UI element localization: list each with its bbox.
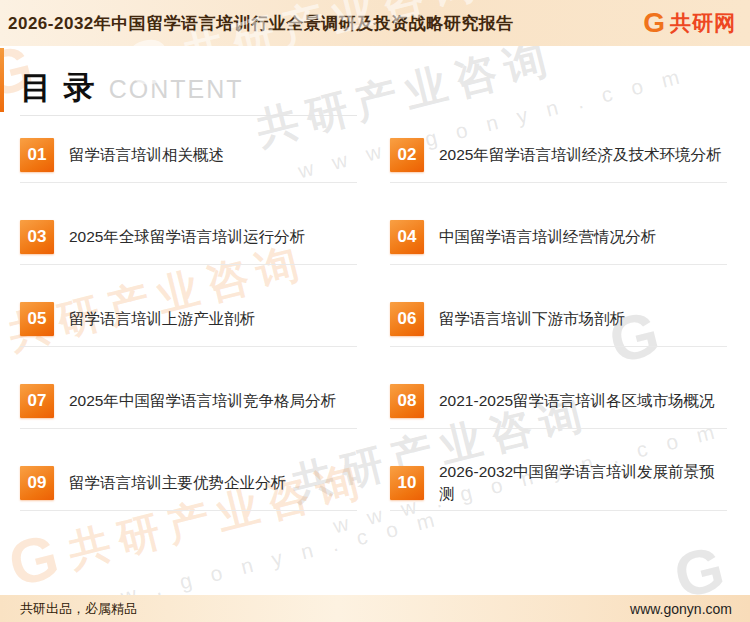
item-divider bbox=[390, 182, 727, 183]
item-number-badge: 08 bbox=[390, 384, 424, 418]
item-number-badge: 03 bbox=[20, 220, 54, 254]
item-divider bbox=[20, 346, 357, 347]
item-title: 留学语言培训下游市场剖析 bbox=[439, 308, 625, 330]
item-title: 2025年留学语言培训经济及技术环境分析 bbox=[439, 144, 721, 166]
item-divider bbox=[390, 264, 727, 265]
item-divider bbox=[20, 182, 357, 183]
item-number-badge: 02 bbox=[390, 138, 424, 172]
item-title: 2021-2025留学语言培训各区域市场概况 bbox=[439, 390, 715, 412]
logo-text: 共研网 bbox=[670, 9, 736, 37]
toc-item-06: 06 留学语言培训下游市场剖析 bbox=[390, 293, 727, 375]
footer-bar: 共研出品，必属精品 www.gonyn.com bbox=[0, 595, 750, 622]
item-divider bbox=[390, 346, 727, 347]
toc-item-09: 09 留学语言培训主要优势企业分析 bbox=[20, 457, 357, 539]
toc-item-07: 07 2025年中国留学语言培训竞争格局分析 bbox=[20, 375, 357, 457]
report-title: 2026-2032年中国留学语言培训行业全景调研及投资战略研究报告 bbox=[8, 12, 514, 35]
toc-heading-row: 目 录 CONTENT bbox=[20, 70, 727, 106]
item-divider bbox=[390, 510, 727, 511]
toc-item-05: 05 留学语言培训上游产业剖析 bbox=[20, 293, 357, 375]
toc-item-02: 02 2025年留学语言培训经济及技术环境分析 bbox=[390, 129, 727, 211]
item-number-badge: 04 bbox=[390, 220, 424, 254]
footer-slogan: 共研出品，必属精品 bbox=[20, 600, 137, 618]
item-title: 留学语言培训上游产业剖析 bbox=[69, 308, 255, 330]
toc-grid: 01 留学语言培训相关概述 02 2025年留学语言培训经济及技术环境分析 03… bbox=[20, 129, 727, 539]
item-title: 中国留学语言培训经营情况分析 bbox=[439, 226, 656, 248]
item-divider bbox=[20, 510, 357, 511]
header-bar: 2026-2032年中国留学语言培训行业全景调研及投资战略研究报告 G 共研网 bbox=[0, 0, 750, 46]
toc-item-03: 03 2025年全球留学语言培训运行分析 bbox=[20, 211, 357, 293]
item-divider bbox=[20, 264, 357, 265]
toc-item-08: 08 2021-2025留学语言培训各区域市场概况 bbox=[390, 375, 727, 457]
item-number-badge: 09 bbox=[20, 466, 54, 500]
item-title: 留学语言培训相关概述 bbox=[69, 144, 224, 166]
footer-website: www.gonyn.com bbox=[630, 601, 732, 617]
item-title: 2025年全球留学语言培训运行分析 bbox=[69, 226, 305, 248]
left-accent-bar bbox=[0, 48, 4, 112]
item-number-badge: 10 bbox=[390, 466, 424, 500]
toc-item-01: 01 留学语言培训相关概述 bbox=[20, 129, 357, 211]
gonyn-logo: G 共研网 bbox=[643, 9, 736, 37]
toc-item-10: 10 2026-2032中国留学语言培训发展前景预测 bbox=[390, 457, 727, 539]
item-number-badge: 05 bbox=[20, 302, 54, 336]
item-number-badge: 01 bbox=[20, 138, 54, 172]
item-title: 留学语言培训主要优势企业分析 bbox=[69, 472, 286, 494]
item-title: 2026-2032中国留学语言培训发展前景预测 bbox=[439, 461, 727, 505]
toc-item-04: 04 中国留学语言培训经营情况分析 bbox=[390, 211, 727, 293]
report-toc-page: G共研产业咨询 共研产业咨询 w w w . g o n y n . c o m… bbox=[0, 0, 750, 622]
logo-g-icon: G bbox=[643, 9, 665, 37]
toc-heading-english: CONTENT bbox=[109, 75, 244, 104]
toc-content: 目 录 CONTENT 01 留学语言培训相关概述 02 2025年留学语言培训… bbox=[0, 46, 750, 539]
heading-divider bbox=[20, 115, 357, 116]
item-number-badge: 06 bbox=[390, 302, 424, 336]
item-divider bbox=[390, 428, 727, 429]
item-divider bbox=[20, 428, 357, 429]
item-title: 2025年中国留学语言培训竞争格局分析 bbox=[69, 390, 336, 412]
toc-heading: 目 录 bbox=[20, 70, 97, 106]
item-number-badge: 07 bbox=[20, 384, 54, 418]
